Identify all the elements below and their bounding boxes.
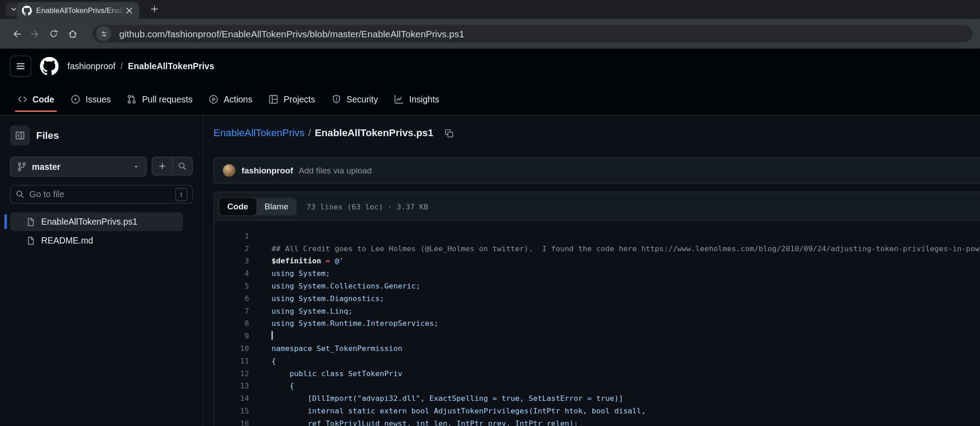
address-bar[interactable] xyxy=(93,25,973,43)
file-icon xyxy=(26,217,35,226)
line-number[interactable]: 10 xyxy=(214,342,249,355)
line-number[interactable]: 4 xyxy=(214,267,249,280)
owner-link[interactable]: fashionproof xyxy=(67,61,115,71)
code-line: 14 [DllImport("advapi32.dll", ExactSpell… xyxy=(214,392,980,405)
nav-tab-projects[interactable]: Projects xyxy=(262,83,321,115)
file-icon xyxy=(26,236,35,245)
file-tree-item[interactable]: README.md xyxy=(10,231,183,250)
site-settings-icon xyxy=(100,30,108,38)
file-name: README.md xyxy=(41,235,93,245)
files-panel-title: Files xyxy=(36,130,59,141)
global-menu-button[interactable] xyxy=(10,55,31,76)
code-line-text: ref TokPriv1Luid newst, int len, IntPtr … xyxy=(249,417,578,426)
url-field[interactable] xyxy=(119,28,970,39)
line-number[interactable]: 7 xyxy=(214,305,249,317)
code-line: 13 { xyxy=(214,380,980,392)
nav-tab-actions[interactable]: Actions xyxy=(203,83,259,115)
line-number[interactable]: 8 xyxy=(214,317,249,330)
chevron-down-icon xyxy=(132,163,140,171)
tab-code[interactable]: Code xyxy=(218,197,257,216)
line-number[interactable]: 11 xyxy=(214,355,249,367)
add-file-button[interactable] xyxy=(152,157,172,175)
new-tab-button[interactable] xyxy=(147,1,162,16)
breadcrumb-repo-link[interactable]: EnableAllTokenPrivs xyxy=(213,128,305,139)
line-number[interactable]: 1 xyxy=(214,230,249,242)
reload-button[interactable] xyxy=(45,25,62,43)
collapse-sidebar-button[interactable] xyxy=(10,125,30,145)
site-info-button[interactable] xyxy=(96,26,111,41)
line-number[interactable]: 3 xyxy=(214,255,249,267)
line-number[interactable]: 6 xyxy=(214,292,249,305)
copy-path-button[interactable] xyxy=(442,126,456,140)
code-line: 7 using System.Linq; xyxy=(214,305,980,317)
tab-title: EnableAllTokenPrivs/EnableA xyxy=(36,6,124,14)
home-button[interactable] xyxy=(64,25,81,43)
file-content-box: Code Blame 73 lines (63 loc) · 3.37 KB 1… xyxy=(213,192,980,426)
code-icon xyxy=(18,94,27,104)
line-number[interactable]: 16 xyxy=(214,417,249,426)
go-to-file-input[interactable] xyxy=(29,189,170,199)
plus-icon xyxy=(158,162,166,170)
code-line: 6 using System.Diagnostics; xyxy=(214,292,980,305)
nav-tab-label: Issues xyxy=(85,94,110,104)
github-logo[interactable] xyxy=(40,57,59,75)
line-number[interactable]: 5 xyxy=(214,280,249,293)
line-number[interactable]: 15 xyxy=(214,405,249,417)
code-blame-switch: Code Blame xyxy=(219,198,296,215)
browser-toolbar xyxy=(0,19,980,49)
code-line: 2 ## All Credit goes to Lee Holmes (@Lee… xyxy=(214,242,980,255)
line-number[interactable]: 14 xyxy=(214,392,249,405)
reload-icon xyxy=(49,29,58,39)
file-tree-item[interactable]: EnableAllTokenPrivs.ps1 xyxy=(10,213,183,231)
code-line-text: using System.Diagnostics; xyxy=(249,292,384,305)
code-line: 1 xyxy=(214,230,980,242)
line-number[interactable]: 12 xyxy=(214,367,249,380)
browser-tab-strip: EnableAllTokenPrivs/EnableA xyxy=(0,0,980,19)
code-line-text xyxy=(249,230,272,242)
file-view-pane: EnableAllTokenPrivs / EnableAllTokenPriv… xyxy=(203,115,980,426)
line-number[interactable]: 2 xyxy=(214,242,249,255)
nav-tab-label: Pull requests xyxy=(142,94,192,104)
code-line-text: namespace Set_TokenPermission xyxy=(249,342,402,355)
latest-commit-bar[interactable]: fashionproof Add files via upload xyxy=(213,157,980,183)
file-name: EnableAllTokenPrivs.ps1 xyxy=(41,217,137,226)
repo-context-breadcrumb: fashionproof / EnableAllTokenPrivs xyxy=(67,61,214,71)
code-listing: 1 2 ## All Credit goes to Lee Holmes (@L… xyxy=(214,221,980,426)
commit-message[interactable]: Add files via upload xyxy=(299,166,372,175)
code-line: 12 public class SetTokenPriv xyxy=(214,367,980,380)
browser-window: EnableAllTokenPrivs/EnableA xyxy=(0,0,980,426)
files-sidebar: Files master xyxy=(0,115,203,426)
code-line-text xyxy=(249,330,273,342)
code-line-text: internal static extern bool AdjustTokenP… xyxy=(249,405,646,417)
file-stats: 73 lines (63 loc) · 3.37 KB xyxy=(306,202,428,211)
forward-button[interactable] xyxy=(26,25,44,43)
go-to-file-box[interactable]: t xyxy=(10,185,193,204)
nav-tab-security[interactable]: Security xyxy=(325,83,384,115)
branch-selector[interactable]: master xyxy=(10,157,146,177)
code-line-text: using System.Runtime.InteropServices; xyxy=(249,317,439,330)
branch-name: master xyxy=(32,162,128,172)
back-arrow-icon xyxy=(11,28,22,39)
code-line-text: using System; xyxy=(249,267,331,280)
file-actions-group xyxy=(152,157,193,176)
search-icon xyxy=(178,162,186,170)
tab-close-icon[interactable] xyxy=(124,5,134,15)
pull-request-icon xyxy=(127,94,137,104)
line-number[interactable]: 13 xyxy=(214,380,249,392)
search-files-button[interactable] xyxy=(172,157,192,175)
breadcrumb-file-name: EnableAllTokenPrivs.ps1 xyxy=(315,128,433,139)
commit-author[interactable]: fashionproof xyxy=(242,166,293,175)
nav-tab-insights[interactable]: Insights xyxy=(388,83,446,115)
browser-tab[interactable]: EnableAllTokenPrivs/EnableA xyxy=(17,2,139,19)
tab-blame[interactable]: Blame xyxy=(256,198,296,215)
nav-tab-issues[interactable]: Issues xyxy=(64,83,117,115)
avatar[interactable] xyxy=(223,164,235,177)
code-line-text: { xyxy=(249,380,294,392)
file-toolbar: Code Blame 73 lines (63 loc) · 3.37 KB xyxy=(214,192,980,221)
nav-tab-code[interactable]: Code xyxy=(11,83,61,115)
git-branch-icon xyxy=(17,162,27,172)
repo-link[interactable]: EnableAllTokenPrivs xyxy=(128,61,214,71)
nav-tab-pull-requests[interactable]: Pull requests xyxy=(121,83,199,115)
line-number[interactable]: 9 xyxy=(214,330,249,342)
back-button[interactable] xyxy=(8,25,25,43)
